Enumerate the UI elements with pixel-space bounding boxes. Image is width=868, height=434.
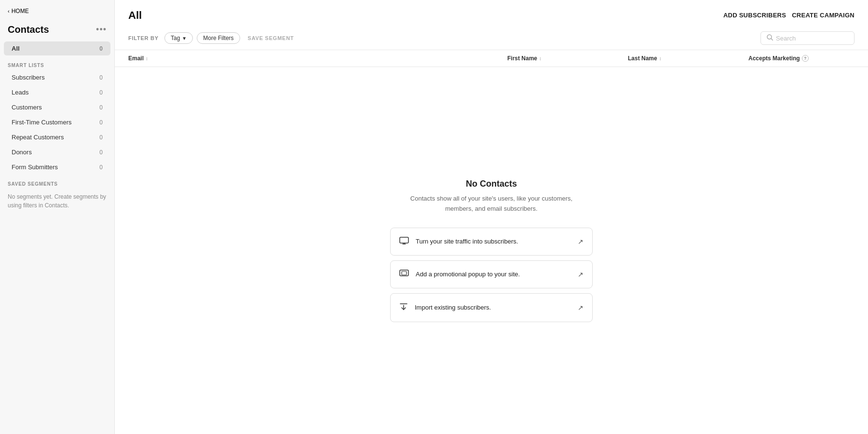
top-bar: All ADD SUBSCRIBERS CREATE CAMPAIGN bbox=[115, 0, 868, 27]
accepts-marketing-help-icon[interactable]: ? bbox=[802, 55, 809, 62]
action-card-import-label: Import existing subscribers. bbox=[415, 304, 491, 311]
monitor-icon bbox=[399, 237, 409, 246]
sidebar-item-first-time-customers[interactable]: First-Time Customers 0 bbox=[4, 115, 110, 129]
save-segment-button[interactable]: SAVE SEGMENT bbox=[244, 33, 298, 43]
search-box bbox=[760, 31, 854, 45]
sidebar-item-leads-label: Leads bbox=[12, 89, 28, 96]
col-header-last-name: Last Name ↕ bbox=[628, 55, 748, 62]
action-card-site-traffic-label: Turn your site traffic into subscribers. bbox=[416, 238, 518, 245]
top-bar-actions: ADD SUBSCRIBERS CREATE CAMPAIGN bbox=[723, 9, 854, 22]
filter-by-label: FILTER BY bbox=[128, 35, 159, 41]
sidebar-item-repeat-customers-label: Repeat Customers bbox=[12, 134, 64, 141]
sidebar-item-subscribers[interactable]: Subscribers 0 bbox=[4, 70, 110, 84]
sidebar-item-subscribers-count: 0 bbox=[99, 74, 103, 81]
sidebar: ‹ HOME Contacts ••• All 0 SMART LISTS Su… bbox=[0, 0, 115, 434]
svg-rect-2 bbox=[400, 237, 408, 243]
tag-chevron-icon: ▼ bbox=[182, 36, 187, 41]
sidebar-item-customers-count: 0 bbox=[99, 104, 103, 111]
tag-filter-button[interactable]: Tag ▼ bbox=[164, 32, 193, 44]
col-header-email: Email ↕ bbox=[128, 55, 507, 62]
empty-state-description: Contacts show all of your site's users, … bbox=[409, 194, 573, 214]
main-content: All ADD SUBSCRIBERS CREATE CAMPAIGN FILT… bbox=[115, 0, 868, 434]
filter-bar: FILTER BY Tag ▼ More Filters SAVE SEGMEN… bbox=[115, 27, 868, 50]
svg-rect-6 bbox=[402, 271, 407, 275]
sidebar-item-leads[interactable]: Leads 0 bbox=[4, 85, 110, 99]
home-label: HOME bbox=[12, 8, 29, 14]
action-card-popup-arrow-icon: ↗ bbox=[578, 271, 583, 278]
tag-filter-label: Tag bbox=[171, 35, 180, 41]
action-card-site-traffic[interactable]: Turn your site traffic into subscribers.… bbox=[390, 228, 593, 256]
action-cards: Turn your site traffic into subscribers.… bbox=[390, 228, 593, 322]
sidebar-item-first-time-customers-label: First-Time Customers bbox=[12, 119, 71, 126]
page-title: All bbox=[128, 9, 142, 22]
more-filters-button[interactable]: More Filters bbox=[197, 32, 240, 44]
sidebar-item-customers-label: Customers bbox=[12, 104, 42, 111]
sidebar-header: Contacts ••• bbox=[0, 20, 114, 41]
sidebar-item-leads-count: 0 bbox=[99, 89, 103, 96]
svg-line-1 bbox=[771, 39, 773, 41]
action-card-popup-label: Add a promotional popup to your site. bbox=[416, 271, 520, 278]
saved-segments-text: No segments yet. Create segments by usin… bbox=[0, 189, 114, 214]
empty-state: No Contacts Contacts show all of your si… bbox=[115, 67, 868, 434]
first-name-sort-icon[interactable]: ↕ bbox=[539, 56, 542, 61]
sidebar-item-donors[interactable]: Donors 0 bbox=[4, 145, 110, 159]
sidebar-item-form-submitters[interactable]: Form Submitters 0 bbox=[4, 160, 110, 174]
action-card-site-traffic-left: Turn your site traffic into subscribers. bbox=[399, 237, 518, 246]
empty-state-title: No Contacts bbox=[466, 179, 517, 189]
chevron-left-icon: ‹ bbox=[8, 8, 10, 14]
home-nav-button[interactable]: ‹ HOME bbox=[0, 0, 114, 20]
search-input[interactable] bbox=[776, 35, 848, 42]
col-last-name-label: Last Name bbox=[628, 55, 657, 62]
sidebar-item-first-time-customers-count: 0 bbox=[99, 119, 103, 126]
sidebar-item-form-submitters-count: 0 bbox=[99, 164, 103, 171]
email-sort-icon[interactable]: ↕ bbox=[146, 56, 148, 61]
smart-lists-label: SMART LISTS bbox=[0, 56, 114, 70]
sidebar-item-subscribers-label: Subscribers bbox=[12, 74, 45, 81]
sidebar-item-all[interactable]: All 0 bbox=[4, 41, 110, 55]
search-icon bbox=[767, 34, 773, 42]
col-header-accepts-marketing: Accepts Marketing ? bbox=[748, 55, 854, 62]
col-first-name-label: First Name bbox=[507, 55, 537, 62]
action-card-import[interactable]: Import existing subscribers. ↗ bbox=[390, 293, 593, 322]
table-header: Email ↕ First Name ↕ Last Name ↕ Accepts… bbox=[115, 50, 868, 67]
sidebar-menu-icon[interactable]: ••• bbox=[96, 25, 107, 35]
col-header-first-name: First Name ↕ bbox=[507, 55, 628, 62]
popup-icon bbox=[399, 270, 409, 279]
action-card-popup[interactable]: Add a promotional popup to your site. ↗ bbox=[390, 260, 593, 288]
col-email-label: Email bbox=[128, 55, 144, 62]
action-card-import-left: Import existing subscribers. bbox=[399, 302, 491, 313]
sidebar-title: Contacts bbox=[8, 24, 49, 35]
last-name-sort-icon[interactable]: ↕ bbox=[659, 56, 662, 61]
action-card-import-arrow-icon: ↗ bbox=[578, 304, 583, 312]
sidebar-item-all-label: All bbox=[12, 45, 20, 52]
import-icon bbox=[399, 302, 408, 313]
sidebar-item-repeat-customers[interactable]: Repeat Customers 0 bbox=[4, 130, 110, 144]
create-campaign-button[interactable]: CREATE CAMPAIGN bbox=[792, 9, 854, 22]
col-accepts-marketing-label: Accepts Marketing bbox=[748, 55, 800, 62]
more-filters-label: More Filters bbox=[203, 35, 233, 41]
sidebar-item-form-submitters-label: Form Submitters bbox=[12, 163, 58, 171]
action-card-popup-left: Add a promotional popup to your site. bbox=[399, 270, 520, 279]
sidebar-item-repeat-customers-count: 0 bbox=[99, 134, 103, 141]
add-subscribers-button[interactable]: ADD SUBSCRIBERS bbox=[723, 9, 786, 22]
sidebar-item-donors-count: 0 bbox=[99, 149, 103, 156]
sidebar-item-all-count: 0 bbox=[99, 45, 103, 52]
sidebar-item-customers[interactable]: Customers 0 bbox=[4, 100, 110, 114]
saved-segments-label: SAVED SEGMENTS bbox=[0, 175, 114, 189]
sidebar-item-donors-label: Donors bbox=[12, 149, 32, 156]
action-card-site-traffic-arrow-icon: ↗ bbox=[578, 238, 583, 245]
